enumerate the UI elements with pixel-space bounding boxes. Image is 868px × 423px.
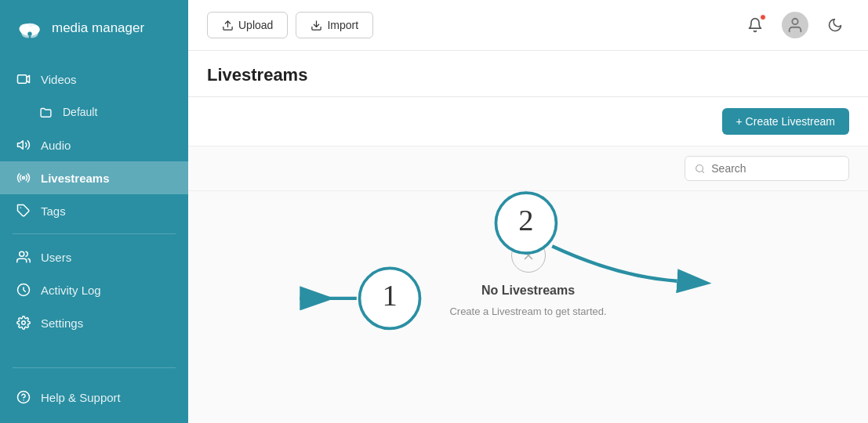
x-icon <box>521 248 536 262</box>
sidebar-item-default[interactable]: Default <box>0 96 188 128</box>
notification-dot <box>760 14 766 20</box>
sidebar-item-livestreams-label: Livestreams <box>41 172 110 185</box>
avatar-button[interactable] <box>782 12 808 38</box>
settings-icon <box>16 315 31 331</box>
sidebar-item-help-label: Help & Support <box>41 391 121 404</box>
sidebar-item-settings[interactable]: Settings <box>0 306 188 339</box>
app-name: media manager <box>52 20 144 36</box>
moon-icon <box>827 17 843 33</box>
empty-title: No Livestreams <box>481 284 575 298</box>
svg-point-18 <box>792 19 797 24</box>
sidebar-bottom: Help & Support <box>0 374 188 423</box>
tag-icon <box>16 203 31 219</box>
help-icon <box>16 389 31 405</box>
search-row <box>188 146 868 191</box>
svg-marker-7 <box>27 76 30 83</box>
sidebar-item-tags[interactable]: Tags <box>0 194 188 227</box>
logo-icon <box>16 14 44 42</box>
upload-button[interactable]: Upload <box>207 12 288 38</box>
sidebar-bottom-divider <box>13 367 176 368</box>
search-icon <box>695 163 705 175</box>
sidebar-item-tags-label: Tags <box>41 204 66 218</box>
create-livestream-button[interactable]: + Create Livestream <box>722 108 849 135</box>
upload-icon <box>222 20 234 31</box>
users-icon <box>16 249 31 265</box>
upload-label: Upload <box>238 19 273 31</box>
svg-line-20 <box>702 171 703 172</box>
topbar-actions: Upload Import <box>207 12 373 38</box>
notification-button[interactable] <box>741 11 769 39</box>
sidebar-item-users-label: Users <box>41 251 71 264</box>
sidebar-item-settings-label: Settings <box>41 316 83 330</box>
svg-point-9 <box>23 177 25 179</box>
page-title: Livestreams <box>207 65 849 85</box>
empty-icon <box>511 238 546 273</box>
svg-rect-6 <box>18 75 27 84</box>
avatar-icon <box>786 16 804 34</box>
sidebar-item-livestreams[interactable]: Livestreams <box>0 161 188 194</box>
import-label: Import <box>327 19 358 31</box>
page-header: Livestreams <box>188 51 868 97</box>
main-content: Upload Import <box>188 0 868 423</box>
create-livestream-label: + Create Livestream <box>736 115 835 128</box>
activity-icon <box>16 282 31 298</box>
sidebar: media manager Videos Default <box>0 0 188 423</box>
topbar-right <box>741 11 849 39</box>
sidebar-logo: media manager <box>0 0 188 56</box>
content-area: No Livestreams Create a Livestream to ge… <box>188 191 868 423</box>
sidebar-item-videos-label: Videos <box>41 73 77 86</box>
topbar: Upload Import <box>188 0 868 51</box>
content-toolbar: + Create Livestream <box>188 97 868 146</box>
empty-subtitle: Create a Livestream to get started. <box>449 306 606 317</box>
livestream-icon <box>16 170 31 186</box>
audio-icon <box>16 137 31 153</box>
video-icon <box>16 71 31 87</box>
sidebar-item-audio[interactable]: Audio <box>0 128 188 161</box>
sidebar-item-help[interactable]: Help & Support <box>0 381 188 414</box>
sidebar-item-users[interactable]: Users <box>0 240 188 273</box>
sidebar-item-activity-log-label: Activity Log <box>41 284 101 297</box>
svg-point-11 <box>20 251 24 256</box>
import-icon <box>311 20 322 31</box>
svg-point-13 <box>22 321 26 325</box>
sidebar-nav: Videos Default Audio <box>0 56 188 361</box>
sidebar-item-audio-label: Audio <box>41 139 71 152</box>
sidebar-item-videos[interactable]: Videos <box>0 63 188 96</box>
import-button[interactable]: Import <box>296 12 373 38</box>
search-input[interactable] <box>711 162 839 175</box>
svg-marker-8 <box>18 141 24 150</box>
sidebar-item-activity-log[interactable]: Activity Log <box>0 273 188 306</box>
sidebar-divider <box>13 233 176 234</box>
empty-state: No Livestreams Create a Livestream to ge… <box>188 191 868 364</box>
folder-icon <box>38 104 53 120</box>
svg-point-3 <box>27 32 31 36</box>
theme-toggle-button[interactable] <box>821 11 849 39</box>
search-container <box>685 156 849 181</box>
sidebar-item-default-label: Default <box>63 106 97 118</box>
